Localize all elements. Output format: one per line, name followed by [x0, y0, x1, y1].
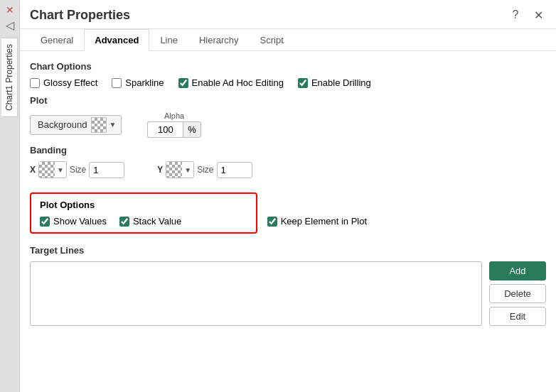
help-button[interactable]: ?: [508, 7, 523, 23]
alpha-group: Alpha %: [147, 111, 201, 138]
target-lines-listbox[interactable]: [30, 261, 482, 326]
enable-drilling-input[interactable]: [298, 78, 308, 88]
banding-x-size-input[interactable]: [89, 162, 124, 178]
banding-section: Banding X ▼ Size Y: [30, 145, 546, 178]
banding-title: Banding: [30, 145, 546, 156]
tab-advanced[interactable]: Advanced: [84, 29, 149, 51]
target-lines-add-button[interactable]: Add: [489, 261, 546, 281]
banding-y-arrow[interactable]: ▼: [182, 166, 193, 174]
background-button[interactable]: Background ▼: [30, 115, 122, 135]
enable-adhoc-checkbox[interactable]: Enable Ad Hoc Editing: [178, 77, 284, 88]
enable-adhoc-label: Enable Ad Hoc Editing: [192, 77, 284, 88]
tab-line[interactable]: Line: [149, 29, 188, 51]
banding-x-label: X: [30, 165, 36, 175]
plot-options-row: Show Values Stack Value: [40, 216, 247, 227]
header-actions: ? ✕: [508, 7, 546, 23]
alpha-label: Alpha: [164, 111, 184, 120]
tab-hierarchy[interactable]: Hierarchy: [188, 29, 250, 51]
background-checker-icon: [91, 117, 107, 133]
close-x-icon[interactable]: ✕: [6, 4, 14, 16]
plot-options-box: Plot Options Show Values Stack Value: [30, 192, 257, 234]
alpha-unit: %: [183, 121, 201, 138]
dialog-title: Chart Properties: [30, 8, 130, 23]
banding-y-label: Y: [157, 165, 163, 175]
glossy-effect-label: Glossy Effect: [43, 77, 97, 88]
plot-title: Plot: [30, 95, 546, 106]
banding-x-size-label: Size: [70, 165, 86, 175]
keep-element-checkbox[interactable]: Keep Element in Plot: [267, 216, 367, 227]
banding-y-size-input[interactable]: [217, 162, 252, 178]
enable-adhoc-input[interactable]: [178, 78, 188, 88]
sparkline-label: Sparkline: [125, 77, 164, 88]
banding-row: X ▼ Size Y ▼ Size: [30, 161, 546, 178]
target-lines-buttons: Add Delete Edit: [489, 261, 546, 326]
enable-drilling-label: Enable Drilling: [311, 77, 371, 88]
alpha-input-row: %: [147, 121, 201, 138]
plot-options-section: Plot Options Show Values Stack Value: [30, 185, 546, 241]
target-lines-delete-button[interactable]: Delete: [489, 284, 546, 303]
tabs-row: General Advanced Line Hierarchy Script: [20, 29, 556, 51]
target-lines-edit-button[interactable]: Edit: [489, 307, 546, 326]
enable-drilling-checkbox[interactable]: Enable Drilling: [298, 77, 371, 88]
glossy-effect-input[interactable]: [30, 78, 40, 88]
dialog-panel: Chart Properties ? ✕ General Advanced Li…: [20, 0, 556, 392]
glossy-effect-checkbox[interactable]: Glossy Effect: [30, 77, 97, 88]
left-sidebar: ✕ ◁ Chart1 Properties: [0, 0, 20, 392]
sparkline-checkbox[interactable]: Sparkline: [112, 77, 164, 88]
chart-options-row: Glossy Effect Sparkline Enable Ad Hoc Ed…: [30, 77, 546, 88]
app-window: ✕ ◁ Chart1 Properties Chart Properties ?…: [0, 0, 556, 392]
banding-x-checker: [39, 162, 55, 178]
keep-element-input[interactable]: [267, 217, 277, 227]
banding-y-group: Y ▼ Size: [157, 161, 252, 178]
chart-options-section: Chart Options Glossy Effect Sparkline En…: [30, 61, 546, 88]
sidebar-tab-chart1[interactable]: Chart1 Properties: [1, 38, 18, 117]
tab-script[interactable]: Script: [250, 29, 294, 51]
sparkline-input[interactable]: [112, 78, 122, 88]
stack-value-checkbox[interactable]: Stack Value: [119, 216, 181, 227]
banding-x-group: X ▼ Size: [30, 161, 124, 178]
banding-y-checker: [166, 162, 182, 178]
alpha-input[interactable]: [147, 121, 183, 138]
keep-element-label: Keep Element in Plot: [281, 216, 367, 227]
target-lines-section: Target Lines Add Delete Edit: [30, 245, 546, 326]
banding-y-control[interactable]: ▼: [166, 161, 194, 178]
back-arrow-icon[interactable]: ◁: [6, 18, 14, 32]
plot-row: Background ▼ Alpha %: [30, 111, 546, 138]
close-button[interactable]: ✕: [530, 7, 546, 23]
stack-value-label: Stack Value: [133, 216, 181, 227]
plot-section: Plot Background ▼ Alpha %: [30, 95, 546, 138]
banding-x-control[interactable]: ▼: [38, 161, 67, 178]
tab-general[interactable]: General: [30, 29, 84, 51]
dialog-header: Chart Properties ? ✕: [20, 0, 556, 29]
background-dropdown-arrow[interactable]: ▼: [107, 121, 118, 129]
alpha-container: Alpha %: [147, 111, 201, 138]
show-values-label: Show Values: [53, 216, 107, 227]
target-lines-title: Target Lines: [30, 245, 546, 256]
show-values-checkbox[interactable]: Show Values: [40, 216, 107, 227]
dialog-content: Chart Options Glossy Effect Sparkline En…: [20, 51, 556, 392]
background-label: Background: [33, 117, 91, 132]
banding-y-size-label: Size: [197, 165, 213, 175]
show-values-input[interactable]: [40, 217, 50, 227]
plot-options-title: Plot Options: [40, 200, 247, 210]
banding-x-arrow[interactable]: ▼: [55, 166, 66, 174]
chart-options-title: Chart Options: [30, 61, 546, 72]
stack-value-input[interactable]: [119, 217, 129, 227]
target-lines-body: Add Delete Edit: [30, 261, 546, 326]
